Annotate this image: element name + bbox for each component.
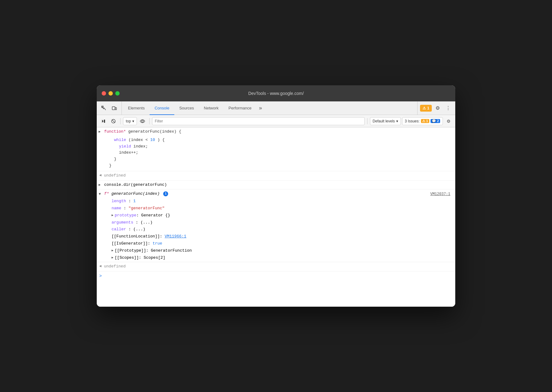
console-entry-undefined-2: ◀ undefined <box>97 262 455 271</box>
issues-badge-button[interactable]: ⚠ 1 <box>420 105 432 112</box>
chevron-down-icon: ▾ <box>132 119 134 123</box>
svg-rect-2 <box>115 108 117 110</box>
more-tabs-button[interactable]: » <box>257 101 265 115</box>
console-entry-dir: ▶ console.dir(generatorFunc) <box>97 181 455 190</box>
svg-rect-4 <box>104 120 105 123</box>
filter-input[interactable] <box>152 117 365 125</box>
vm-link-2[interactable]: VM11966:1 <box>165 234 186 239</box>
inspect-element-button[interactable] <box>99 104 108 113</box>
object-properties: length : 1 name : "generatorFunc" ▶ prot… <box>97 198 455 261</box>
prop-function-location: [[FunctionLocation]]: VM11966:1 <box>109 233 455 240</box>
tab-sources[interactable]: Sources <box>174 102 199 115</box>
maximize-button[interactable] <box>115 91 120 96</box>
toolbar-divider-1 <box>120 118 121 124</box>
console-entry-code: ▶ function* generatorFunc(index) { while… <box>97 127 455 171</box>
entry-expand-row: ▶ function* generatorFunc(index) { <box>97 128 455 136</box>
svg-line-6 <box>112 120 115 123</box>
warning-icon: ⚠ <box>422 106 426 110</box>
expand-arrow-dir[interactable]: ▶ <box>99 182 101 188</box>
console-entry-undefined-1: ◀ undefined <box>97 171 455 181</box>
prop-name: name : "generatorFunc" <box>109 205 455 212</box>
console-prompt: > <box>97 271 455 281</box>
info-count: 💬 2 <box>431 119 440 123</box>
console-toolbar: top ▾ Default levels ▾ 3 Issues: ⚠ 1 💬 2 <box>97 115 455 127</box>
return-arrow-icon: ◀ <box>99 173 101 178</box>
tabs: Elements Console Sources Network Perform… <box>123 101 416 115</box>
tab-performance[interactable]: Performance <box>223 102 256 115</box>
return-arrow-2-icon: ◀ <box>99 263 101 269</box>
tab-bar-right: ⚠ 1 ⚙ ⋮ <box>417 101 453 115</box>
prop-scopes: ▶ [[Scopes]]: Scopes[2] <box>109 254 455 262</box>
toolbar-left-icons <box>99 101 122 115</box>
code-line: function* generatorFunc(index) { <box>104 129 181 135</box>
context-selector[interactable]: top ▾ <box>123 117 137 125</box>
expand-arrow[interactable]: ▶ <box>99 129 101 135</box>
console-dir-code: console.dir(generatorFunc) <box>104 182 167 188</box>
settings-button[interactable]: ⚙ <box>433 104 442 113</box>
tab-network[interactable]: Network <box>199 102 224 115</box>
toolbar-divider-3 <box>367 118 367 124</box>
object-head: f* generatorFunc(index) i <box>104 191 168 197</box>
svg-marker-3 <box>102 120 104 123</box>
title-bar: DevTools - www.google.com/ <box>97 85 455 101</box>
log-levels-button[interactable]: Default levels ▾ <box>370 117 401 125</box>
prop-length: length : 1 <box>109 198 455 205</box>
return-value: undefined <box>104 173 125 179</box>
close-button[interactable] <box>102 91 106 96</box>
prop-prototype: ▶ prototype : Generator {} <box>109 212 455 219</box>
block-requests-button[interactable] <box>109 117 118 126</box>
prop-proto: ▶ [[Prototype]]: GeneratorFunction <box>109 247 455 254</box>
toolbar-divider-2 <box>149 118 150 124</box>
device-toolbar-button[interactable] <box>110 104 119 113</box>
collapse-arrow[interactable]: ▶ <box>97 193 103 195</box>
prop-caller: caller : (...) <box>109 226 455 233</box>
return-value-2: undefined <box>104 263 125 270</box>
tab-bar: Elements Console Sources Network Perform… <box>97 101 455 115</box>
prop-arguments: arguments : (...) <box>109 219 455 226</box>
expand-prototype[interactable]: ▶ <box>112 213 113 218</box>
live-expressions-button[interactable] <box>138 117 147 126</box>
prompt-symbol[interactable]: > <box>99 273 102 279</box>
devtools-window: DevTools - www.google.com/ Elements <box>97 85 455 307</box>
issues-count-button[interactable]: 3 Issues: ⚠ 1 💬 2 <box>402 117 443 125</box>
more-options-button[interactable]: ⋮ <box>444 104 453 113</box>
console-content: ▶ function* generatorFunc(index) { while… <box>97 127 455 307</box>
expand-scopes[interactable]: ▶ <box>112 255 113 260</box>
prop-is-generator: [[IsGenerator]]: true <box>109 240 455 247</box>
console-entry-object: ▶ f* generatorFunc(index) i VM12037:1 le… <box>97 190 455 262</box>
issues-settings-button[interactable]: ⚙ <box>444 117 453 126</box>
tab-elements[interactable]: Elements <box>123 102 150 115</box>
vm-link-1[interactable]: VM12037:1 <box>430 191 450 197</box>
code-block: while (index < 10 ) { yield index; index… <box>97 136 455 170</box>
minimize-button[interactable] <box>108 91 113 96</box>
tab-console[interactable]: Console <box>150 102 174 115</box>
clear-console-button[interactable] <box>99 117 108 126</box>
svg-point-7 <box>142 120 143 122</box>
traffic-lights <box>102 91 120 96</box>
window-title: DevTools - www.google.com/ <box>248 91 304 96</box>
svg-rect-1 <box>112 107 115 110</box>
chevron-down-icon: ▾ <box>396 119 398 123</box>
expand-proto[interactable]: ▶ <box>112 248 113 253</box>
info-icon[interactable]: i <box>163 191 168 196</box>
warning-count: ⚠ 1 <box>421 119 429 123</box>
